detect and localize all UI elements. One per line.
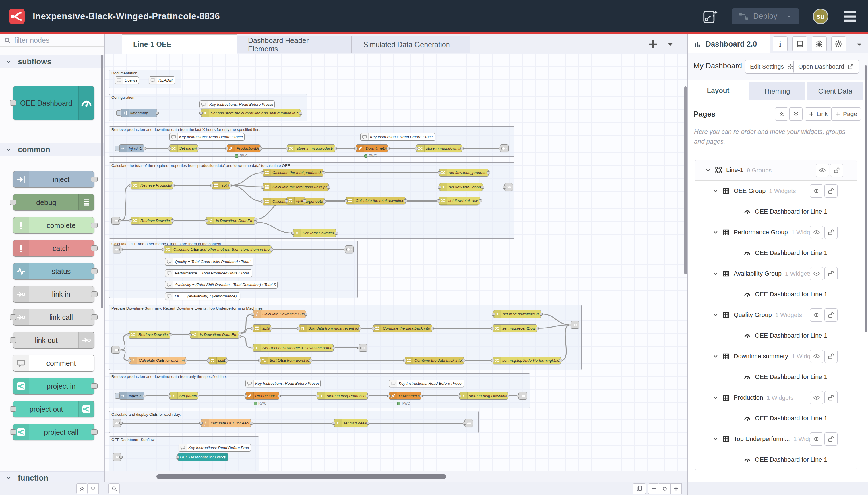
node-set-msg-downtimesummery[interactable]: set msg.downtimeSummery bbox=[493, 310, 541, 318]
palette-node-status[interactable]: status bbox=[13, 263, 94, 280]
node-input-port[interactable] bbox=[176, 456, 179, 459]
node-input-port[interactable] bbox=[438, 186, 441, 189]
chevron-down-icon[interactable] bbox=[713, 188, 718, 194]
tree-page-line-1[interactable]: Line-1 9 Groups bbox=[695, 160, 856, 181]
node-input-port[interactable] bbox=[332, 422, 335, 425]
node-store-in-msg-downtimedata[interactable]: store in msg.DowntimeData bbox=[459, 392, 508, 400]
settings-gear-button[interactable] bbox=[831, 36, 846, 51]
node-output-port[interactable] bbox=[91, 383, 98, 389]
tree-widget-oee-dashboard-for-line-1[interactable]: OEE Dashboard for Line 1 bbox=[695, 325, 856, 346]
node-input-port[interactable] bbox=[458, 394, 461, 397]
node-key-instructions-read-before-proceeding[interactable]: Key Instructions: Read Before Proceeding bbox=[199, 101, 275, 108]
node-linkin[interactable] bbox=[112, 453, 121, 461]
node-input-port[interactable] bbox=[251, 327, 254, 330]
node-input-port[interactable] bbox=[10, 406, 16, 412]
sidebar-subtab-layout[interactable]: Layout bbox=[690, 81, 746, 101]
node-input-port[interactable] bbox=[354, 147, 358, 150]
node-inject[interactable]: inject ↻ bbox=[119, 392, 144, 400]
node-output-port[interactable] bbox=[184, 359, 188, 362]
node-set-recent-downtime-downtime-summery-to[interactable]: Set Recent Downtime & Downtime summery t… bbox=[253, 344, 333, 352]
node-sort-oee-from-worst-to-best[interactable]: Sort OEE from worst to best bbox=[260, 357, 311, 364]
node-input-port[interactable] bbox=[463, 422, 466, 425]
node-output-port[interactable] bbox=[404, 199, 407, 202]
node-output-port[interactable] bbox=[91, 314, 98, 320]
node-set-and-store-the-current-line-and-shift-duratio[interactable]: Set and store the current line and shift… bbox=[201, 109, 301, 117]
palette-node-inject[interactable]: inject bbox=[13, 171, 94, 188]
node-license[interactable]: License bbox=[115, 76, 139, 84]
node-output-port[interactable] bbox=[323, 200, 326, 203]
node-input-port[interactable] bbox=[387, 394, 390, 397]
node-output-port[interactable] bbox=[169, 334, 172, 336]
zoom-out-button[interactable] bbox=[648, 483, 659, 494]
palette-search-input[interactable]: filter nodes bbox=[0, 34, 104, 47]
node-output-port[interactable] bbox=[304, 313, 308, 315]
flow-canvas[interactable]: Documentation Configuration Retrieve pro… bbox=[105, 53, 688, 471]
lock-button[interactable] bbox=[824, 350, 837, 363]
inject-trigger-button[interactable] bbox=[115, 146, 120, 151]
palette-node-debug[interactable]: debug bbox=[13, 194, 94, 211]
move-up-button[interactable] bbox=[775, 107, 788, 121]
palette-node-project-in[interactable]: project in bbox=[13, 378, 94, 394]
node-linkin[interactable] bbox=[112, 245, 121, 253]
node-output-port[interactable] bbox=[91, 176, 98, 182]
node-input-port[interactable] bbox=[344, 199, 348, 202]
flow-tab-dashboard-header-elements[interactable]: Dashboard Header Elements bbox=[237, 36, 352, 53]
inject-trigger-button[interactable] bbox=[116, 110, 121, 116]
node-output-port[interactable] bbox=[259, 147, 262, 150]
tree-group-performance-group[interactable]: Performance Group 1 Widgets bbox=[695, 222, 856, 243]
node-input-port[interactable] bbox=[316, 394, 319, 397]
node-linkout[interactable] bbox=[359, 344, 367, 352]
node-split[interactable]: split bbox=[253, 324, 271, 332]
palette-node-comment[interactable]: comment bbox=[13, 355, 94, 372]
chevron-down-icon[interactable] bbox=[705, 167, 711, 173]
palette-scrollbar[interactable] bbox=[101, 55, 103, 308]
node-input-port[interactable] bbox=[403, 359, 406, 362]
node-output-port[interactable] bbox=[143, 147, 146, 150]
palette-category-function[interactable]: function bbox=[0, 472, 104, 482]
palette-node-complete[interactable]: complete bbox=[13, 217, 94, 234]
node-output-port[interactable] bbox=[366, 394, 369, 397]
node-output-port[interactable] bbox=[540, 313, 543, 315]
canvas-vertical-scrollbar[interactable] bbox=[684, 86, 687, 274]
node-calculate-oee-for-each-day[interactable]: fcalculate OEE for each day bbox=[201, 419, 251, 427]
node-key-instructions-read-before-proceeding[interactable]: Key Instructions: Read Before Proceeding bbox=[178, 444, 251, 451]
node-input-port[interactable] bbox=[168, 147, 171, 150]
zoom-reset-button[interactable] bbox=[659, 483, 671, 494]
node-set-msg-topunderperformingmachines[interactable]: set msg.topUnderPerformingMachines bbox=[492, 357, 561, 364]
node-set-flow-total-good-units[interactable]: set flow.total_good_units bbox=[439, 183, 483, 191]
node-set-params[interactable]: Set params bbox=[169, 392, 198, 400]
node-input-port[interactable] bbox=[207, 359, 210, 362]
help-book-button[interactable] bbox=[792, 36, 807, 51]
flow-list-caret-icon[interactable] bbox=[666, 40, 674, 48]
node-output-port[interactable] bbox=[225, 359, 228, 362]
node-sort-data-from-most-recent-to-oldest[interactable]: Sort data from most recent to oldest bbox=[298, 324, 360, 332]
inject-trigger-button[interactable] bbox=[115, 393, 120, 398]
node-output-port[interactable] bbox=[366, 422, 369, 425]
node-set-total-downtime-to-0[interactable]: Set Total Downtime to 0 bbox=[293, 229, 336, 237]
palette-category-subflows[interactable]: subflows bbox=[0, 55, 104, 68]
node-linkout[interactable] bbox=[345, 245, 354, 253]
node-productiondata[interactable]: ProductionDataRWC bbox=[245, 392, 279, 400]
main-menu-icon[interactable] bbox=[843, 11, 856, 22]
flow-tab-simulated-data-generation[interactable]: Simulated Data Generation bbox=[352, 36, 470, 53]
tree-widget-oee-dashboard-for-line-1[interactable]: OEE Dashboard for Line 1 bbox=[695, 366, 856, 387]
node-input-port[interactable] bbox=[261, 171, 264, 174]
node-output-port[interactable] bbox=[250, 422, 253, 425]
node-input-port[interactable] bbox=[168, 394, 171, 397]
node-input-port[interactable] bbox=[189, 334, 192, 336]
node-input-port[interactable] bbox=[225, 147, 228, 150]
node-key-instructions-read-before-proceeding[interactable]: Key Instructions: Read Before Proceeding bbox=[245, 379, 320, 387]
node-split[interactable]: split bbox=[287, 197, 305, 204]
palette-collapse-down-button[interactable] bbox=[88, 483, 99, 494]
node-is-downtime-data-empty[interactable]: Is Downtime Data Empty? bbox=[190, 331, 239, 339]
node-set-flow-total-produced-units[interactable]: set flow.total_produced_units bbox=[439, 169, 488, 176]
node-output-port[interactable] bbox=[487, 171, 490, 174]
node-quality-total-good-units-produced-total-target-u[interactable]: Quality = Total Good Units Produced / To… bbox=[165, 258, 254, 266]
node-retrieve-production-data[interactable]: Retrieve Production Data bbox=[131, 182, 173, 189]
visibility-eye-button[interactable] bbox=[810, 184, 823, 198]
add-link-button[interactable]: Link bbox=[805, 107, 832, 121]
node-input-port[interactable] bbox=[244, 394, 247, 397]
node-output-port[interactable] bbox=[119, 422, 123, 425]
node-linkout[interactable] bbox=[518, 392, 527, 400]
node-output-port[interactable] bbox=[269, 327, 273, 330]
